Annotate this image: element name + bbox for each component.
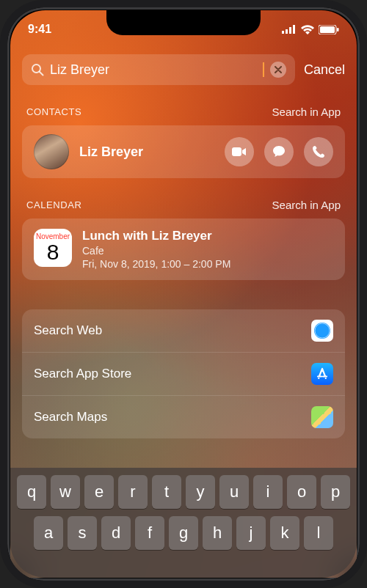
keyboard[interactable]: q w e r t y u i o p a s d f g h j k l [10,468,357,578]
cancel-button[interactable]: Cancel [304,62,345,78]
contacts-search-in-app[interactable]: Search in App [272,106,341,118]
search-appstore-label: Search App Store [34,367,131,381]
video-icon [232,147,247,157]
cal-month: November [36,233,70,240]
clear-button[interactable] [270,62,286,78]
maps-icon [311,406,333,428]
contact-result[interactable]: Liz Breyer [22,125,345,178]
text-cursor [263,62,264,77]
contacts-section-header: CONTACTS Search in App [26,106,341,118]
key-s[interactable]: s [68,516,97,550]
key-p[interactable]: p [321,475,350,509]
facetime-button[interactable] [225,137,254,166]
key-f[interactable]: f [135,516,164,550]
search-web-label: Search Web [34,323,102,338]
message-button[interactable] [264,137,294,166]
battery-icon [319,25,339,34]
key-j[interactable]: j [236,516,266,550]
status-indicators [282,25,339,34]
key-t[interactable]: t [152,475,181,509]
key-d[interactable]: d [101,516,131,550]
cal-day: 8 [47,241,59,263]
status-time: 9:41 [28,23,51,36]
svg-rect-6 [337,28,339,32]
key-e[interactable]: e [84,475,114,509]
key-g[interactable]: g [169,516,198,550]
search-row: Liz Breyer Cancel [22,54,345,85]
contacts-title: CONTACTS [26,106,81,117]
svg-rect-3 [293,25,295,34]
key-q[interactable]: q [17,475,46,509]
search-input[interactable]: Liz Breyer [50,62,256,78]
search-suggestions: Search Web Search App Store Search Maps [22,309,345,438]
screen: 9:41 Liz Breyer Cancel [10,10,357,578]
key-u[interactable]: u [219,475,249,509]
appstore-icon [311,363,333,385]
calendar-title: CALENDAR [26,199,82,210]
calendar-date-icon: November 8 [34,229,72,267]
calendar-event-result[interactable]: November 8 Lunch with Liz Breyer Cafe Fr… [22,218,345,280]
keyboard-row-1: q w e r t y u i o p [15,475,352,509]
key-h[interactable]: h [203,516,232,550]
call-button[interactable] [304,137,333,166]
iphone-frame: 9:41 Liz Breyer Cancel [0,0,367,588]
svg-line-8 [40,72,43,76]
message-icon [272,145,286,158]
calendar-search-in-app[interactable]: Search in App [272,199,341,211]
search-maps-label: Search Maps [34,410,107,425]
phone-icon [312,145,325,158]
event-title: Lunch with Liz Breyer [82,229,230,243]
key-k[interactable]: k [270,516,299,550]
calendar-section-header: CALENDAR Search in App [26,199,341,211]
search-appstore-row[interactable]: Search App Store [22,352,345,395]
key-i[interactable]: i [253,475,283,509]
key-w[interactable]: w [51,475,80,509]
cellular-icon [282,25,297,34]
event-time: Fri, Nov 8, 2019, 1:00 – 2:00 PM [82,258,230,270]
notch [106,10,261,35]
svg-rect-9 [232,147,241,156]
svg-rect-1 [286,29,288,34]
search-icon [31,63,44,76]
search-field[interactable]: Liz Breyer [22,54,295,85]
wifi-icon [301,25,314,34]
key-a[interactable]: a [34,516,63,550]
close-icon [275,66,282,73]
key-r[interactable]: r [118,475,148,509]
key-y[interactable]: y [186,475,215,509]
event-location: Cafe [82,245,230,257]
svg-rect-5 [320,26,335,33]
search-web-row[interactable]: Search Web [22,309,345,352]
contact-name: Liz Breyer [79,144,214,160]
key-o[interactable]: o [287,475,316,509]
event-info: Lunch with Liz Breyer Cafe Fri, Nov 8, 2… [82,229,230,270]
avatar [34,134,69,169]
safari-icon [311,320,333,342]
svg-rect-0 [282,31,284,34]
key-l[interactable]: l [304,516,333,550]
search-maps-row[interactable]: Search Maps [22,395,345,438]
keyboard-row-2: a s d f g h j k l [15,516,352,550]
svg-rect-2 [289,27,291,34]
